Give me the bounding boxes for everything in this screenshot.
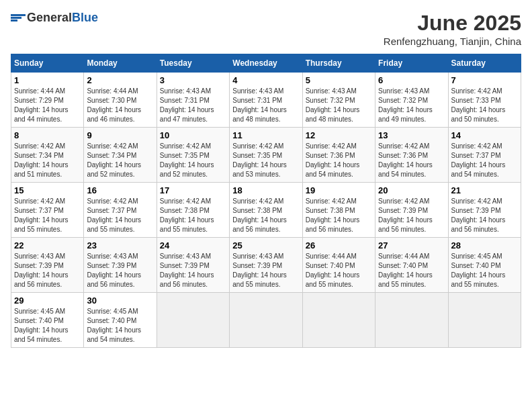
table-row: 4 Sunrise: 4:43 AM Sunset: 7:31 PM Dayli… bbox=[230, 73, 302, 128]
sunrise-label: Sunrise: 4:44 AM bbox=[87, 87, 138, 95]
calendar-week-row: 15 Sunrise: 4:42 AM Sunset: 7:37 PM Dayl… bbox=[11, 183, 521, 238]
sunrise-label: Sunrise: 4:42 AM bbox=[87, 197, 138, 205]
sunrise-label: Sunrise: 4:42 AM bbox=[232, 142, 283, 150]
location-title: Renfengzhuang, Tianjin, China bbox=[384, 36, 521, 47]
sunset-label: Sunset: 7:34 PM bbox=[87, 152, 136, 159]
table-row: 7 Sunrise: 4:42 AM Sunset: 7:33 PM Dayli… bbox=[448, 73, 521, 128]
col-monday: Monday bbox=[84, 54, 157, 73]
table-row: 20 Sunrise: 4:42 AM Sunset: 7:39 PM Dayl… bbox=[375, 183, 448, 238]
day-number: 29 bbox=[14, 295, 81, 306]
day-info: Sunrise: 4:43 AM Sunset: 7:31 PM Dayligh… bbox=[232, 87, 299, 124]
sunrise-label: Sunrise: 4:43 AM bbox=[232, 87, 283, 95]
sunset-label: Sunset: 7:35 PM bbox=[232, 152, 282, 159]
day-info: Sunrise: 4:42 AM Sunset: 7:38 PM Dayligh… bbox=[306, 197, 372, 234]
sunrise-label: Sunrise: 4:42 AM bbox=[378, 142, 429, 150]
sunset-label: Sunset: 7:39 PM bbox=[14, 262, 64, 269]
daylight-label: Daylight: 14 hours and 47 minutes. bbox=[160, 106, 214, 123]
sunrise-label: Sunrise: 4:42 AM bbox=[160, 142, 211, 150]
day-number: 13 bbox=[378, 130, 445, 140]
daylight-label: Daylight: 14 hours and 56 minutes. bbox=[306, 216, 360, 233]
col-tuesday: Tuesday bbox=[157, 54, 229, 73]
day-number: 11 bbox=[232, 130, 299, 140]
sunset-label: Sunset: 7:40 PM bbox=[306, 262, 355, 269]
sunrise-label: Sunrise: 4:43 AM bbox=[14, 253, 65, 260]
day-info: Sunrise: 4:43 AM Sunset: 7:32 PM Dayligh… bbox=[306, 87, 372, 124]
day-info: Sunrise: 4:42 AM Sunset: 7:33 PM Dayligh… bbox=[451, 87, 518, 124]
sunset-label: Sunset: 7:32 PM bbox=[378, 97, 428, 104]
daylight-label: Daylight: 14 hours and 56 minutes. bbox=[160, 271, 214, 288]
day-info: Sunrise: 4:42 AM Sunset: 7:38 PM Dayligh… bbox=[160, 197, 226, 234]
day-info: Sunrise: 4:45 AM Sunset: 7:40 PM Dayligh… bbox=[451, 252, 518, 289]
daylight-label: Daylight: 14 hours and 51 minutes. bbox=[14, 161, 69, 178]
daylight-label: Daylight: 14 hours and 46 minutes. bbox=[87, 106, 141, 123]
title-area: June 2025 Renfengzhuang, Tianjin, China bbox=[384, 11, 521, 47]
sunrise-label: Sunrise: 4:42 AM bbox=[14, 197, 65, 205]
day-info: Sunrise: 4:43 AM Sunset: 7:31 PM Dayligh… bbox=[160, 87, 226, 124]
table-row: 11 Sunrise: 4:42 AM Sunset: 7:35 PM Dayl… bbox=[230, 128, 302, 183]
sunrise-label: Sunrise: 4:45 AM bbox=[87, 308, 138, 315]
day-number: 24 bbox=[160, 240, 226, 250]
table-row: 30 Sunrise: 4:45 AM Sunset: 7:40 PM Dayl… bbox=[84, 293, 157, 348]
table-row: 23 Sunrise: 4:43 AM Sunset: 7:39 PM Dayl… bbox=[84, 238, 157, 293]
calendar-header-row: Sunday Monday Tuesday Wednesday Thursday… bbox=[11, 54, 521, 73]
table-row: 6 Sunrise: 4:43 AM Sunset: 7:32 PM Dayli… bbox=[375, 73, 448, 128]
day-info: Sunrise: 4:44 AM Sunset: 7:30 PM Dayligh… bbox=[87, 87, 153, 124]
table-row: 17 Sunrise: 4:42 AM Sunset: 7:38 PM Dayl… bbox=[157, 183, 229, 238]
table-row: 5 Sunrise: 4:43 AM Sunset: 7:32 PM Dayli… bbox=[302, 73, 375, 128]
daylight-label: Daylight: 14 hours and 55 minutes. bbox=[160, 216, 214, 233]
daylight-label: Daylight: 14 hours and 44 minutes. bbox=[14, 106, 69, 123]
day-number: 25 bbox=[232, 240, 299, 250]
sunset-label: Sunset: 7:34 PM bbox=[14, 152, 64, 159]
day-number: 28 bbox=[451, 240, 518, 250]
table-row: 8 Sunrise: 4:42 AM Sunset: 7:34 PM Dayli… bbox=[11, 128, 84, 183]
day-info: Sunrise: 4:43 AM Sunset: 7:39 PM Dayligh… bbox=[232, 252, 299, 289]
day-info: Sunrise: 4:42 AM Sunset: 7:34 PM Dayligh… bbox=[14, 142, 81, 179]
daylight-label: Daylight: 14 hours and 55 minutes. bbox=[14, 216, 69, 233]
sunrise-label: Sunrise: 4:42 AM bbox=[451, 87, 502, 95]
day-number: 2 bbox=[87, 75, 153, 85]
col-thursday: Thursday bbox=[302, 54, 375, 73]
day-number: 6 bbox=[378, 75, 445, 85]
day-number: 4 bbox=[232, 75, 299, 85]
day-number: 22 bbox=[14, 240, 81, 250]
sunset-label: Sunset: 7:39 PM bbox=[232, 262, 282, 269]
day-info: Sunrise: 4:42 AM Sunset: 7:37 PM Dayligh… bbox=[451, 142, 518, 179]
table-row: 14 Sunrise: 4:42 AM Sunset: 7:37 PM Dayl… bbox=[448, 128, 521, 183]
table-row: 19 Sunrise: 4:42 AM Sunset: 7:38 PM Dayl… bbox=[302, 183, 375, 238]
sunset-label: Sunset: 7:37 PM bbox=[87, 207, 136, 214]
daylight-label: Daylight: 14 hours and 55 minutes. bbox=[87, 216, 141, 233]
table-row: 25 Sunrise: 4:43 AM Sunset: 7:39 PM Dayl… bbox=[230, 238, 302, 293]
sunset-label: Sunset: 7:36 PM bbox=[378, 152, 428, 159]
table-row: 2 Sunrise: 4:44 AM Sunset: 7:30 PM Dayli… bbox=[84, 73, 157, 128]
sunset-label: Sunset: 7:38 PM bbox=[160, 207, 210, 214]
sunrise-label: Sunrise: 4:42 AM bbox=[232, 197, 283, 205]
sunset-label: Sunset: 7:31 PM bbox=[232, 97, 282, 104]
daylight-label: Daylight: 14 hours and 56 minutes. bbox=[232, 216, 287, 233]
daylight-label: Daylight: 14 hours and 55 minutes. bbox=[451, 271, 506, 288]
col-wednesday: Wednesday bbox=[230, 54, 302, 73]
calendar-week-row: 1 Sunrise: 4:44 AM Sunset: 7:29 PM Dayli… bbox=[11, 73, 521, 128]
sunrise-label: Sunrise: 4:43 AM bbox=[306, 87, 357, 95]
page-header: GeneralBlue June 2025 Renfengzhuang, Tia… bbox=[11, 11, 521, 47]
table-row: 27 Sunrise: 4:44 AM Sunset: 7:40 PM Dayl… bbox=[375, 238, 448, 293]
table-row: 3 Sunrise: 4:43 AM Sunset: 7:31 PM Dayli… bbox=[157, 73, 229, 128]
table-row: 26 Sunrise: 4:44 AM Sunset: 7:40 PM Dayl… bbox=[302, 238, 375, 293]
table-row: 9 Sunrise: 4:42 AM Sunset: 7:34 PM Dayli… bbox=[84, 128, 157, 183]
sunrise-label: Sunrise: 4:42 AM bbox=[378, 197, 429, 205]
sunrise-label: Sunrise: 4:42 AM bbox=[14, 142, 65, 150]
sunrise-label: Sunrise: 4:44 AM bbox=[378, 253, 429, 260]
sunset-label: Sunset: 7:30 PM bbox=[87, 97, 136, 104]
day-info: Sunrise: 4:44 AM Sunset: 7:40 PM Dayligh… bbox=[306, 252, 372, 289]
day-info: Sunrise: 4:43 AM Sunset: 7:39 PM Dayligh… bbox=[160, 252, 226, 289]
day-number: 17 bbox=[160, 185, 226, 195]
table-row: 15 Sunrise: 4:42 AM Sunset: 7:37 PM Dayl… bbox=[11, 183, 84, 238]
logo-blue: Blue bbox=[72, 11, 98, 24]
table-row bbox=[157, 293, 229, 348]
daylight-label: Daylight: 14 hours and 52 minutes. bbox=[87, 161, 141, 178]
day-number: 1 bbox=[14, 75, 81, 85]
day-info: Sunrise: 4:43 AM Sunset: 7:39 PM Dayligh… bbox=[87, 252, 153, 289]
daylight-label: Daylight: 14 hours and 54 minutes. bbox=[306, 161, 360, 178]
sunset-label: Sunset: 7:40 PM bbox=[378, 262, 428, 269]
table-row: 1 Sunrise: 4:44 AM Sunset: 7:29 PM Dayli… bbox=[11, 73, 84, 128]
table-row: 22 Sunrise: 4:43 AM Sunset: 7:39 PM Dayl… bbox=[11, 238, 84, 293]
